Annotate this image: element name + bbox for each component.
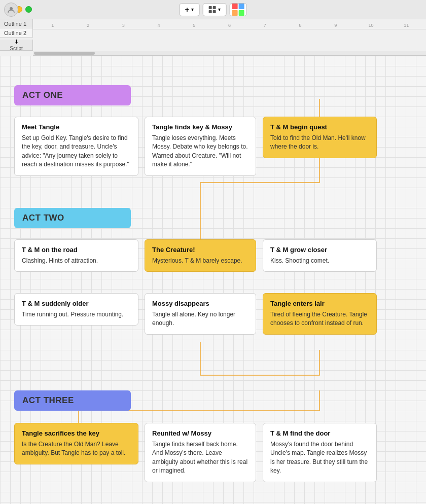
act-one-label: ACT ONE: [14, 85, 131, 105]
card-title: T & M suddenly older: [22, 300, 131, 307]
plus-icon: +: [185, 5, 190, 14]
card-title: Meet Tangle: [22, 123, 131, 131]
h-scrollbar[interactable]: [33, 51, 426, 56]
act-three-label: ACT THREE: [14, 390, 131, 411]
title-bar: + ▾ ▾: [0, 0, 426, 19]
card-body: Clashing. Hints of attraction.: [22, 257, 131, 265]
card-body: Time running out. Pressure mounting.: [22, 310, 131, 319]
card-title: T & M find the door: [270, 429, 369, 437]
card-body: Tangle loses everything. Meets Mossy. De…: [152, 134, 248, 169]
ruler-mark: 4: [141, 23, 176, 28]
ruler-marks: 1 2 3 4 5 6 7 8 9 10 11: [33, 23, 426, 29]
card-title: Tangle sacrifices the key: [22, 429, 131, 437]
card-title: The Creature!: [152, 246, 248, 254]
card-mossy-disappears[interactable]: Mossy disappears Tangle all alone. Key n…: [145, 293, 256, 335]
outline-tab-1[interactable]: Outline 1: [0, 19, 32, 28]
card-title: Tangle finds key & Mossy: [152, 123, 248, 131]
ruler: 1 2 3 4 5 6 7 8 9 10 11: [33, 19, 426, 29]
ruler-mark: 10: [353, 23, 389, 28]
color-grid: [232, 4, 244, 16]
outline-tabs: Outline 1 Outline 2: [0, 19, 33, 38]
card-body: Is the Creature the Old Man? Leave ambig…: [22, 440, 131, 458]
toolbar: + ▾ ▾: [180, 3, 247, 16]
layout-button[interactable]: ▾: [202, 3, 226, 16]
ruler-mark: 8: [282, 23, 318, 28]
card-title: T & M begin quest: [270, 123, 369, 131]
ruler-mark: 11: [388, 23, 424, 28]
card-body: Tangle all alone. Key no longer enough.: [152, 310, 248, 328]
card-tangle-finds-key[interactable]: Tangle finds key & Mossy Tangle loses ev…: [145, 117, 256, 176]
card-meet-tangle[interactable]: Meet Tangle Set up Gold Key. Tangle's de…: [14, 117, 138, 176]
svg-rect-1: [208, 6, 211, 9]
card-title: T & M grow closer: [270, 246, 369, 254]
h-scrollbar-thumb[interactable]: [34, 52, 95, 55]
ruler-mark: 6: [212, 23, 247, 28]
card-tangle-lair[interactable]: Tangle enters lair Tired of fleeing the …: [263, 293, 377, 335]
card-body: Tired of fleeing the Creature. Tangle ch…: [270, 310, 369, 328]
svg-rect-3: [208, 10, 211, 13]
card-tm-older[interactable]: T & M suddenly older Time running out. P…: [14, 293, 138, 326]
ruler-mark: 9: [318, 23, 353, 28]
card-tangle-sacrifices[interactable]: Tangle sacrifices the key Is the Creatur…: [14, 423, 138, 464]
card-body: Kiss. Shooting comet.: [270, 257, 369, 265]
maximize-button[interactable]: [25, 6, 32, 13]
add-chevron: ▾: [191, 7, 194, 12]
colors-button[interactable]: [229, 3, 246, 16]
card-reunited-mossy[interactable]: Reunited w/ Mossy Tangle finds herself b…: [145, 423, 256, 482]
card-body: Mysterious. T & M barely escape.: [152, 257, 248, 265]
card-creature[interactable]: The Creature! Mysterious. T & M barely e…: [145, 239, 256, 272]
card-tm-begin-quest[interactable]: T & M begin quest Told to find the Old M…: [263, 117, 377, 158]
ruler-mark: 2: [70, 23, 106, 28]
canvas: ACT ONE ACT TWO ACT THREE Meet Tangle Se…: [0, 56, 426, 504]
ruler-mark: 3: [105, 23, 141, 28]
card-body: Set up Gold Key. Tangle's desire to find…: [22, 134, 131, 169]
svg-rect-2: [212, 6, 216, 9]
card-title: Mossy disappears: [152, 300, 248, 307]
card-tm-road[interactable]: T & M on the road Clashing. Hints of att…: [14, 239, 138, 272]
card-tm-find-door[interactable]: T & M find the door Mossy's found the do…: [263, 423, 377, 482]
outline-tab-2[interactable]: Outline 2: [0, 28, 32, 38]
card-body: Tangle finds herself back home. And Moss…: [152, 440, 248, 476]
ruler-mark: 1: [35, 23, 70, 28]
user-icon[interactable]: [4, 3, 18, 17]
act-two-label: ACT TWO: [14, 208, 131, 228]
card-tm-closer[interactable]: T & M grow closer Kiss. Shooting comet.: [263, 239, 377, 272]
script-label[interactable]: ⬇ Script: [0, 40, 33, 51]
layout-icon: [208, 6, 216, 14]
script-icon: ⬇: [14, 39, 19, 45]
card-body: Mossy's found the door behind Uncle's ma…: [270, 440, 369, 476]
ruler-mark: 7: [247, 23, 282, 28]
script-text: Script: [10, 46, 23, 51]
content-area: ACT ONE ACT TWO ACT THREE Meet Tangle Se…: [0, 56, 426, 504]
svg-point-0: [10, 7, 13, 10]
add-button[interactable]: + ▾: [180, 3, 200, 16]
card-title: Tangle enters lair: [270, 300, 369, 307]
card-title: T & M on the road: [22, 246, 131, 254]
ruler-mark: 5: [176, 23, 212, 28]
card-title: Reunited w/ Mossy: [152, 429, 248, 437]
svg-rect-4: [212, 10, 216, 13]
layout-chevron: ▾: [218, 7, 221, 12]
card-body: Told to find the Old Man. He'll know whe…: [270, 134, 369, 152]
